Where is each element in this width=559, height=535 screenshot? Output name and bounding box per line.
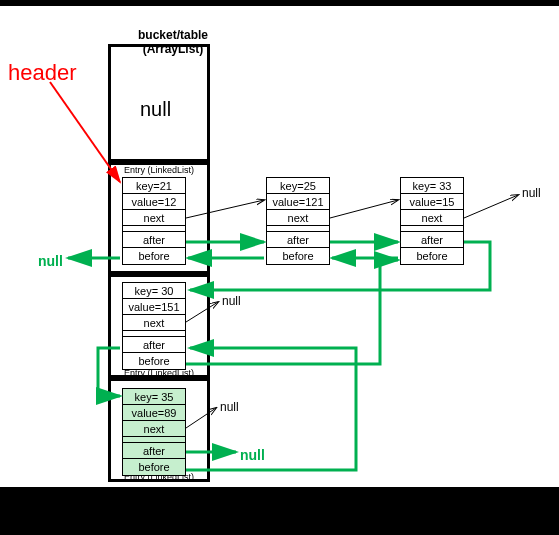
- entry-21: key=21 value=12 next after before: [122, 177, 186, 265]
- null-next-33: null: [522, 186, 541, 200]
- entry-25-after: after: [267, 232, 329, 248]
- null-before-21: null: [38, 253, 63, 269]
- entry-30-next: next: [123, 315, 185, 331]
- null-after-35: null: [240, 447, 265, 463]
- entry-33: key= 33 value=15 next after before: [400, 177, 464, 265]
- entry-33-before: before: [401, 248, 463, 264]
- entry-30-after: after: [123, 337, 185, 353]
- entry-25-next: next: [267, 210, 329, 226]
- arrows-layer: [0, 0, 559, 535]
- entry-35-after: after: [123, 443, 185, 459]
- arrow-before-30-33: [186, 260, 398, 364]
- top-black-bar: [0, 0, 559, 6]
- entry-35: key= 35 value=89 next after before: [122, 388, 186, 476]
- entry-25-before: before: [267, 248, 329, 264]
- entry-35-before: before: [123, 459, 185, 475]
- entry-21-next: next: [123, 210, 185, 226]
- entry-33-next: next: [401, 210, 463, 226]
- entry-25-key: key=25: [267, 178, 329, 194]
- entry-21-value: value=12: [123, 194, 185, 210]
- null-next-30: null: [222, 294, 241, 308]
- entry-21-key: key=21: [123, 178, 185, 194]
- entry-35-next: next: [123, 421, 185, 437]
- bottom-black-bar: [0, 487, 559, 535]
- arrow-next-25-33: [330, 200, 398, 218]
- arrow-next-33-null: [464, 195, 518, 218]
- entry-30-before: before: [123, 353, 185, 369]
- entry-33-value: value=15: [401, 194, 463, 210]
- entry-25: key=25 value=121 next after before: [266, 177, 330, 265]
- entry-33-after: after: [401, 232, 463, 248]
- entry-21-after: after: [123, 232, 185, 248]
- entry-30: key= 30 value=151 next after before: [122, 282, 186, 370]
- entry-35-key: key= 35: [123, 389, 185, 405]
- entry-21-before: before: [123, 248, 185, 264]
- bucket-0-null: null: [140, 98, 171, 121]
- bucket-1-label: Entry (LinkedList): [112, 165, 206, 175]
- entry-35-value: value=89: [123, 405, 185, 421]
- entry-25-value: value=121: [267, 194, 329, 210]
- arrow-before-35-30: [186, 348, 356, 470]
- header-label: header: [8, 60, 77, 86]
- entry-30-key: key= 30: [123, 283, 185, 299]
- entry-30-value: value=151: [123, 299, 185, 315]
- null-next-35: null: [220, 400, 239, 414]
- entry-33-key: key= 33: [401, 178, 463, 194]
